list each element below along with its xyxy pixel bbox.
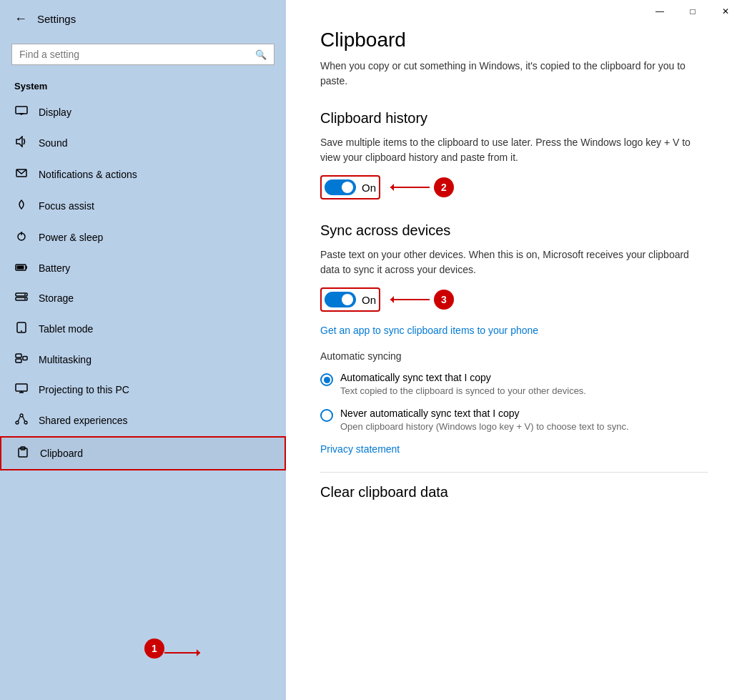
svg-rect-8 (26, 266, 27, 269)
tablet-icon (14, 322, 29, 336)
close-button[interactable]: ✕ (709, 0, 742, 23)
sidebar-item-label: Shared experiences (39, 415, 128, 426)
sidebar-item-clipboard[interactable]: Clipboard (0, 436, 286, 470)
annotation-arrow-1 (164, 652, 200, 654)
search-icon: 🔍 (255, 49, 267, 60)
toggle-knob-2 (342, 294, 353, 305)
svg-point-24 (24, 421, 27, 424)
radio-option-never: Never automatically sync text that I cop… (320, 408, 708, 432)
sidebar-header: ← Settings (0, 0, 286, 38)
sidebar-title: Settings (37, 13, 76, 25)
clipboard-history-toggle-wrapper: On (320, 175, 380, 199)
svg-point-13 (24, 298, 26, 300)
radio-never-text: Never automatically sync text that I cop… (340, 408, 629, 432)
radio-never-sublabel: Open clipboard history (Windows logo key… (340, 421, 629, 432)
annotation-3-group: 3 (390, 290, 454, 310)
privacy-statement-link[interactable]: Privacy statement (320, 443, 708, 455)
storage-icon (14, 292, 29, 305)
sync-devices-description: Paste text on your other devices. When t… (320, 247, 708, 277)
sidebar-item-label: Notifications & actions (39, 169, 137, 180)
radio-never[interactable] (320, 409, 333, 422)
svg-point-12 (24, 294, 26, 295)
sidebar-item-label: Battery (39, 262, 70, 274)
clipboard-history-toggle-row: On 2 (320, 175, 708, 199)
svg-point-15 (21, 330, 22, 332)
radio-auto-text: Automatically sync text that I copy Text… (340, 372, 586, 396)
clipboard-icon (16, 446, 30, 460)
annotation-badge-1: 1 (144, 639, 164, 659)
search-box[interactable]: 🔍 (11, 44, 274, 65)
sidebar-item-projecting[interactable]: Projecting to this PC (0, 375, 286, 405)
sidebar-item-focus[interactable]: Focus assist (0, 190, 286, 222)
sync-devices-toggle[interactable] (325, 292, 356, 307)
clipboard-history-toggle-label: On (362, 182, 376, 194)
sidebar-item-power[interactable]: Power & sleep (0, 222, 286, 253)
radio-auto[interactable] (320, 373, 333, 386)
window-controls: — □ ✕ (643, 0, 742, 23)
sidebar-item-label: Storage (39, 292, 74, 304)
sync-app-link[interactable]: Get an app to sync clipboard items to yo… (320, 325, 708, 336)
sync-devices-toggle-row: On 3 (320, 287, 708, 312)
notifications-icon (14, 167, 29, 182)
sidebar-item-multitasking[interactable]: Multitasking (0, 345, 286, 375)
badge-2: 2 (434, 177, 454, 197)
page-title: Clipboard (320, 29, 708, 51)
sidebar-item-storage[interactable]: Storage (0, 283, 286, 313)
sidebar-item-battery[interactable]: Battery (0, 253, 286, 283)
svg-line-26 (23, 417, 25, 421)
sync-devices-toggle-wrapper: On (320, 287, 380, 312)
main-content: Clipboard When you copy or cut something… (286, 0, 742, 700)
toggle-knob (342, 182, 353, 193)
clipboard-history-toggle[interactable] (325, 179, 356, 195)
clear-clipboard-title: Clear clipboard data (320, 484, 708, 501)
sidebar-item-tablet[interactable]: Tablet mode (0, 313, 286, 345)
sidebar-item-notifications[interactable]: Notifications & actions (0, 159, 286, 190)
sidebar-item-label: Clipboard (40, 448, 83, 459)
svg-point-22 (20, 414, 23, 417)
annotation-arrow-2 (390, 187, 430, 188)
battery-icon (14, 262, 29, 275)
clipboard-history-title: Clipboard history (320, 110, 708, 127)
svg-rect-17 (16, 359, 21, 363)
radio-auto-sublabel: Text copied to the clipboard is synced t… (340, 385, 586, 396)
badge-1: 1 (144, 639, 164, 659)
svg-line-25 (18, 417, 20, 421)
multitasking-icon (14, 353, 29, 366)
svg-marker-3 (16, 137, 22, 147)
sidebar-item-sound[interactable]: Sound (0, 127, 286, 159)
page-description: When you copy or cut something in Window… (320, 59, 708, 89)
sidebar-item-label: Projecting to this PC (39, 384, 129, 395)
sidebar-item-shared[interactable]: Shared experiences (0, 405, 286, 436)
section-divider (320, 472, 708, 473)
svg-rect-9 (17, 266, 24, 270)
back-button[interactable]: ← (14, 11, 27, 26)
sync-devices-title: Sync across devices (320, 222, 708, 239)
sidebar-item-label: Display (39, 107, 71, 118)
sidebar-item-label: Focus assist (39, 200, 94, 212)
projecting-icon (14, 383, 29, 396)
auto-sync-label: Automatic syncing (320, 350, 708, 362)
sidebar-item-label: Multitasking (39, 354, 91, 365)
shared-icon (14, 413, 29, 428)
annotation-arrow-3 (390, 299, 430, 300)
power-icon (14, 230, 29, 245)
sync-devices-toggle-label: On (362, 294, 376, 306)
svg-rect-0 (16, 107, 27, 114)
maximize-button[interactable]: □ (676, 0, 709, 23)
display-icon (14, 106, 29, 119)
clipboard-history-description: Save multiple items to the clipboard to … (320, 135, 708, 165)
system-label: System (0, 77, 286, 97)
search-input[interactable] (19, 49, 255, 60)
radio-option-auto: Automatically sync text that I copy Text… (320, 372, 708, 396)
sidebar-item-display[interactable]: Display (0, 97, 286, 127)
radio-never-label: Never automatically sync text that I cop… (340, 408, 629, 419)
sidebar-item-label: Power & sleep (39, 232, 103, 243)
sidebar-item-label: Sound (39, 137, 67, 149)
svg-rect-16 (16, 354, 21, 358)
focus-icon (14, 199, 29, 213)
badge-3: 3 (434, 290, 454, 310)
minimize-button[interactable]: — (643, 0, 676, 23)
radio-auto-label: Automatically sync text that I copy (340, 372, 586, 383)
svg-point-23 (16, 421, 19, 424)
sound-icon (14, 136, 29, 150)
